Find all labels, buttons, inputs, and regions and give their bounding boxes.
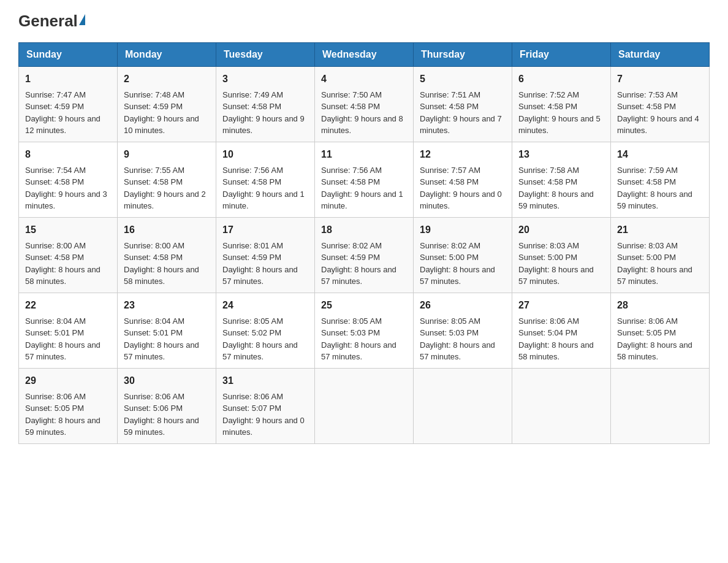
- day-info: Sunrise: 7:51 AMSunset: 4:58 PMDaylight:…: [420, 90, 502, 136]
- logo: General: [18, 12, 85, 30]
- day-number: 16: [124, 223, 210, 237]
- header-cell-saturday: Saturday: [611, 42, 710, 66]
- day-info: Sunrise: 8:04 AMSunset: 5:01 PMDaylight:…: [124, 316, 199, 362]
- day-info: Sunrise: 8:05 AMSunset: 5:03 PMDaylight:…: [321, 316, 396, 362]
- day-number: 20: [518, 223, 604, 237]
- day-info: Sunrise: 7:50 AMSunset: 4:58 PMDaylight:…: [321, 90, 403, 136]
- day-cell: [611, 368, 710, 443]
- day-info: Sunrise: 7:49 AMSunset: 4:58 PMDaylight:…: [222, 90, 305, 136]
- day-cell: [315, 368, 414, 443]
- header-cell-thursday: Thursday: [414, 42, 512, 66]
- week-row-4: 22Sunrise: 8:04 AMSunset: 5:01 PMDayligh…: [19, 293, 710, 368]
- day-info: Sunrise: 8:06 AMSunset: 5:05 PMDaylight:…: [617, 316, 692, 362]
- day-cell: 13Sunrise: 7:58 AMSunset: 4:58 PMDayligh…: [512, 142, 611, 217]
- day-cell: 30Sunrise: 8:06 AMSunset: 5:06 PMDayligh…: [118, 368, 216, 443]
- day-cell: 2Sunrise: 7:48 AMSunset: 4:59 PMDaylight…: [118, 66, 216, 142]
- day-cell: 7Sunrise: 7:53 AMSunset: 4:58 PMDaylight…: [611, 66, 710, 142]
- day-number: 13: [518, 147, 604, 162]
- day-cell: 20Sunrise: 8:03 AMSunset: 5:00 PMDayligh…: [512, 217, 611, 293]
- week-row-2: 8Sunrise: 7:54 AMSunset: 4:58 PMDaylight…: [19, 142, 710, 217]
- day-info: Sunrise: 8:06 AMSunset: 5:04 PMDaylight:…: [518, 316, 594, 362]
- day-number: 19: [420, 223, 506, 237]
- day-number: 14: [617, 147, 703, 162]
- header-row: SundayMondayTuesdayWednesdayThursdayFrid…: [19, 42, 710, 66]
- day-cell: 14Sunrise: 7:59 AMSunset: 4:58 PMDayligh…: [611, 142, 710, 217]
- calendar-header: SundayMondayTuesdayWednesdayThursdayFrid…: [19, 42, 710, 66]
- day-cell: 26Sunrise: 8:05 AMSunset: 5:03 PMDayligh…: [414, 293, 512, 368]
- day-info: Sunrise: 8:03 AMSunset: 5:00 PMDaylight:…: [518, 241, 594, 286]
- day-cell: 22Sunrise: 8:04 AMSunset: 5:01 PMDayligh…: [19, 293, 118, 368]
- day-info: Sunrise: 7:54 AMSunset: 4:58 PMDaylight:…: [25, 166, 107, 211]
- day-number: 24: [222, 298, 308, 313]
- day-number: 3: [222, 72, 308, 86]
- day-cell: 1Sunrise: 7:47 AMSunset: 4:59 PMDaylight…: [19, 66, 118, 142]
- day-info: Sunrise: 8:05 AMSunset: 5:02 PMDaylight:…: [222, 316, 298, 362]
- day-number: 11: [321, 147, 407, 162]
- day-number: 6: [518, 72, 604, 86]
- day-cell: 27Sunrise: 8:06 AMSunset: 5:04 PMDayligh…: [512, 293, 611, 368]
- day-number: 26: [420, 298, 506, 313]
- day-cell: 31Sunrise: 8:06 AMSunset: 5:07 PMDayligh…: [216, 368, 315, 443]
- day-cell: 16Sunrise: 8:00 AMSunset: 4:58 PMDayligh…: [118, 217, 216, 293]
- day-cell: 24Sunrise: 8:05 AMSunset: 5:02 PMDayligh…: [216, 293, 315, 368]
- calendar-body: 1Sunrise: 7:47 AMSunset: 4:59 PMDaylight…: [19, 66, 710, 443]
- header-cell-friday: Friday: [512, 42, 611, 66]
- day-number: 10: [222, 147, 308, 162]
- day-info: Sunrise: 8:06 AMSunset: 5:05 PMDaylight:…: [25, 392, 100, 437]
- day-number: 27: [518, 298, 604, 313]
- day-number: 12: [420, 147, 506, 162]
- day-info: Sunrise: 8:06 AMSunset: 5:06 PMDaylight:…: [124, 392, 199, 437]
- day-cell: 18Sunrise: 8:02 AMSunset: 4:59 PMDayligh…: [315, 217, 414, 293]
- logo-text: General: [18, 12, 85, 30]
- page-header: General: [18, 12, 710, 30]
- day-number: 9: [124, 147, 210, 162]
- day-cell: 23Sunrise: 8:04 AMSunset: 5:01 PMDayligh…: [118, 293, 216, 368]
- day-cell: 3Sunrise: 7:49 AMSunset: 4:58 PMDaylight…: [216, 66, 315, 142]
- day-cell: 8Sunrise: 7:54 AMSunset: 4:58 PMDaylight…: [19, 142, 118, 217]
- day-cell: 15Sunrise: 8:00 AMSunset: 4:58 PMDayligh…: [19, 217, 118, 293]
- day-number: 31: [222, 373, 308, 388]
- day-number: 23: [124, 298, 210, 313]
- header-cell-sunday: Sunday: [19, 42, 118, 66]
- day-cell: 6Sunrise: 7:52 AMSunset: 4:58 PMDaylight…: [512, 66, 611, 142]
- day-info: Sunrise: 7:58 AMSunset: 4:58 PMDaylight:…: [518, 166, 594, 211]
- day-info: Sunrise: 8:04 AMSunset: 5:01 PMDaylight:…: [25, 316, 100, 362]
- day-number: 17: [222, 223, 308, 237]
- day-cell: 19Sunrise: 8:02 AMSunset: 5:00 PMDayligh…: [414, 217, 512, 293]
- day-number: 28: [617, 298, 703, 313]
- day-info: Sunrise: 7:48 AMSunset: 4:59 PMDaylight:…: [124, 90, 199, 136]
- day-info: Sunrise: 8:00 AMSunset: 4:58 PMDaylight:…: [25, 241, 100, 286]
- day-cell: 5Sunrise: 7:51 AMSunset: 4:58 PMDaylight…: [414, 66, 512, 142]
- day-number: 18: [321, 223, 407, 237]
- day-number: 30: [124, 373, 210, 388]
- week-row-1: 1Sunrise: 7:47 AMSunset: 4:59 PMDaylight…: [19, 66, 710, 142]
- day-cell: 12Sunrise: 7:57 AMSunset: 4:58 PMDayligh…: [414, 142, 512, 217]
- day-cell: 9Sunrise: 7:55 AMSunset: 4:58 PMDaylight…: [118, 142, 216, 217]
- day-number: 8: [25, 147, 111, 162]
- logo-general: General: [18, 12, 85, 30]
- day-number: 29: [25, 373, 111, 388]
- day-info: Sunrise: 7:59 AMSunset: 4:58 PMDaylight:…: [617, 166, 692, 211]
- week-row-5: 29Sunrise: 8:06 AMSunset: 5:05 PMDayligh…: [19, 368, 710, 443]
- day-info: Sunrise: 8:02 AMSunset: 5:00 PMDaylight:…: [420, 241, 495, 286]
- day-number: 22: [25, 298, 111, 313]
- day-info: Sunrise: 7:56 AMSunset: 4:58 PMDaylight:…: [321, 166, 403, 211]
- day-info: Sunrise: 8:00 AMSunset: 4:58 PMDaylight:…: [124, 241, 199, 286]
- day-info: Sunrise: 7:53 AMSunset: 4:58 PMDaylight:…: [617, 90, 699, 136]
- day-info: Sunrise: 8:06 AMSunset: 5:07 PMDaylight:…: [222, 392, 305, 437]
- day-cell: 29Sunrise: 8:06 AMSunset: 5:05 PMDayligh…: [19, 368, 118, 443]
- day-cell: [414, 368, 512, 443]
- day-number: 21: [617, 223, 703, 237]
- calendar-table: SundayMondayTuesdayWednesdayThursdayFrid…: [18, 42, 710, 444]
- day-info: Sunrise: 7:56 AMSunset: 4:58 PMDaylight:…: [222, 166, 305, 211]
- day-number: 1: [25, 72, 111, 86]
- day-info: Sunrise: 8:02 AMSunset: 4:59 PMDaylight:…: [321, 241, 396, 286]
- day-cell: 10Sunrise: 7:56 AMSunset: 4:58 PMDayligh…: [216, 142, 315, 217]
- day-number: 25: [321, 298, 407, 313]
- day-cell: 25Sunrise: 8:05 AMSunset: 5:03 PMDayligh…: [315, 293, 414, 368]
- day-info: Sunrise: 7:55 AMSunset: 4:58 PMDaylight:…: [124, 166, 206, 211]
- header-cell-wednesday: Wednesday: [315, 42, 414, 66]
- day-info: Sunrise: 8:03 AMSunset: 5:00 PMDaylight:…: [617, 241, 692, 286]
- header-cell-monday: Monday: [118, 42, 216, 66]
- header-cell-tuesday: Tuesday: [216, 42, 315, 66]
